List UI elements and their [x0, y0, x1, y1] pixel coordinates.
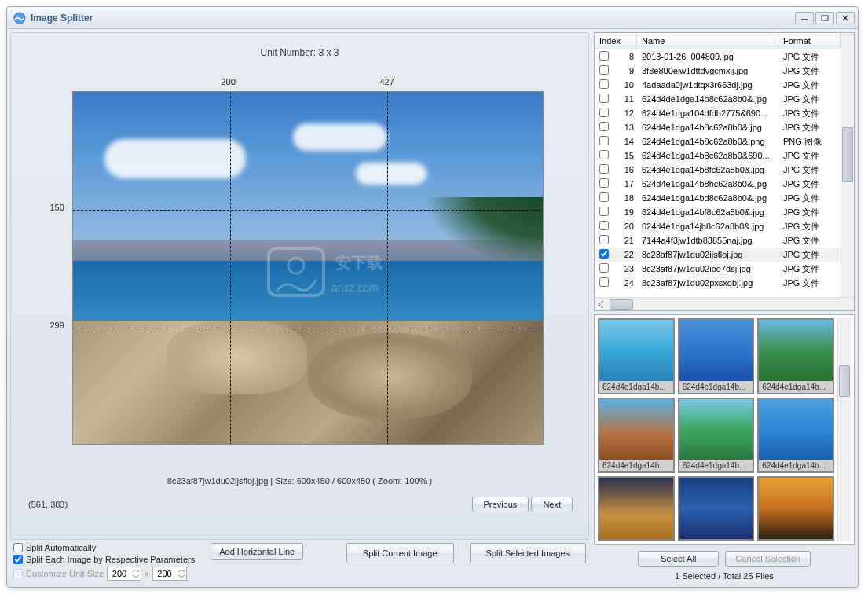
row-format: JPG 文件: [783, 235, 836, 247]
minimize-button[interactable]: [795, 12, 814, 24]
row-name: 624d4e1dga14b8c62a8b0&.png: [642, 137, 783, 146]
table-row[interactable]: 82013-01-26_004809.jpgJPG 文件: [595, 50, 841, 64]
thumbnail-item[interactable]: [757, 476, 834, 541]
list-hscrollbar[interactable]: [595, 297, 854, 310]
grid-line-v1[interactable]: [230, 91, 231, 445]
row-format: JPG 文件: [783, 207, 836, 218]
thumbnails-panel: 624d4e1dga14b...624d4e1dga14b...624d4e1d…: [594, 314, 855, 544]
ruler-v1: 200: [222, 77, 236, 86]
row-index: 14: [618, 137, 642, 146]
table-row[interactable]: 104adaada0jw1dtqx3r663dj.jpgJPG 文件: [595, 78, 841, 92]
col-index[interactable]: Index: [595, 33, 637, 49]
thumbnail-item[interactable]: [678, 476, 755, 541]
table-row[interactable]: 238c23af87jw1du02iod7dsj.jpgJPG 文件: [595, 262, 841, 276]
close-button[interactable]: [836, 12, 855, 24]
row-index: 15: [618, 151, 642, 160]
thumbnail-item[interactable]: 624d4e1dga14b...: [678, 398, 755, 474]
next-button[interactable]: Next: [531, 497, 573, 512]
row-index: 8: [618, 52, 642, 61]
table-row[interactable]: 248c23af87jw1du02pxsxqbj.jpgJPG 文件: [595, 276, 841, 290]
grid-line-h1[interactable]: [72, 210, 544, 211]
split-selected-button[interactable]: Split Selected Images: [470, 543, 586, 563]
split-current-button[interactable]: Split Current Image: [346, 543, 454, 563]
row-checkbox[interactable]: [599, 192, 609, 202]
option-split-auto[interactable]: Split Automatically: [13, 543, 195, 552]
table-row[interactable]: 17624d4e1dga14b8hc62a8b0&.jpgJPG 文件: [595, 177, 841, 191]
table-row[interactable]: 19624d4e1dga14bf8c62a8b0&.jpgJPG 文件: [595, 205, 841, 219]
row-name: 624d4e1dga14jb8c62a8b0&.jpg: [642, 222, 783, 231]
row-checkbox[interactable]: [599, 207, 609, 216]
thumbnail-caption: 624d4e1dga14b...: [599, 460, 673, 471]
row-checkbox[interactable]: [599, 136, 609, 145]
thumbnail-item[interactable]: 624d4e1dga14b...: [598, 398, 675, 474]
row-format: JPG 文件: [783, 249, 836, 261]
grid-line-v2[interactable]: [387, 91, 388, 445]
row-format: JPG 文件: [783, 178, 836, 190]
table-row[interactable]: 14624d4e1dga14b8c62a8b0&.pngPNG 图像: [595, 134, 841, 148]
row-checkbox[interactable]: [599, 150, 609, 160]
width-input[interactable]: [108, 567, 131, 580]
row-checkbox[interactable]: [599, 65, 609, 75]
row-name: 624d4de1dga14b8c62a8b0&.jpg: [642, 94, 783, 104]
row-checkbox[interactable]: [599, 277, 609, 287]
row-checkbox[interactable]: [599, 79, 609, 89]
split-auto-checkbox[interactable]: [13, 543, 23, 552]
selection-stats: 1 Selected / Total 25 Files: [675, 571, 774, 581]
row-checkbox[interactable]: [599, 94, 609, 103]
image-canvas[interactable]: [72, 91, 544, 445]
previous-button[interactable]: Previous: [472, 497, 529, 512]
titlebar[interactable]: Image Splitter: [7, 7, 858, 29]
row-index: 13: [618, 123, 642, 132]
list-vscrollbar[interactable]: [841, 33, 854, 297]
list-body[interactable]: 82013-01-26_004809.jpgJPG 文件93f8e800ejw1…: [595, 50, 841, 297]
thumbnail-item[interactable]: [598, 476, 675, 541]
option-split-each[interactable]: Split Each Image by Respective Parameter…: [13, 555, 195, 564]
height-input[interactable]: [153, 567, 177, 580]
select-all-button[interactable]: Select All: [638, 551, 719, 566]
row-checkbox[interactable]: [599, 122, 609, 131]
thumbnail-item[interactable]: 624d4e1dga14b...: [598, 318, 675, 394]
left-panel: Unit Number: 3 x 3 200: [10, 32, 589, 581]
table-row[interactable]: 12624d4e1dga104dfdb2775&690...JPG 文件: [595, 106, 841, 120]
row-checkbox[interactable]: [599, 178, 609, 188]
table-row[interactable]: 16624d4e1dga14b8fc62a8b0&.jpgJPG 文件: [595, 163, 841, 177]
thumbnail-item[interactable]: 624d4e1dga14b...: [757, 398, 834, 474]
height-spinner[interactable]: [152, 566, 187, 581]
col-format[interactable]: Format: [778, 33, 841, 49]
table-row[interactable]: 217144a4f3jw1dtb83855naj.jpgJPG 文件: [595, 233, 841, 248]
row-checkbox[interactable]: [599, 235, 609, 244]
row-index: 20: [618, 222, 642, 231]
row-index: 16: [618, 165, 642, 174]
option-customize: Customize Unit Size x: [13, 566, 195, 581]
row-checkbox[interactable]: [599, 164, 609, 174]
split-each-label: Split Each Image by Respective Parameter…: [26, 555, 195, 564]
row-checkbox[interactable]: [599, 108, 609, 117]
table-row[interactable]: 11624d4de1dga14b8c62a8b0&.jpgJPG 文件: [595, 92, 841, 106]
split-each-checkbox[interactable]: [13, 555, 23, 564]
table-row[interactable]: 20624d4e1dga14jb8c62a8b0&.jpgJPG 文件: [595, 219, 841, 233]
add-horizontal-button[interactable]: Add Horizontal Line: [211, 543, 303, 560]
row-name: 624d4e1dga14b8hc62a8b0&.jpg: [642, 179, 783, 189]
table-row[interactable]: 228c23af87jw1du02ijsfloj.jpgJPG 文件: [595, 248, 841, 262]
row-checkbox[interactable]: [599, 51, 609, 60]
maximize-button[interactable]: [815, 12, 834, 24]
table-row[interactable]: 15624d4e1dga14b8c62a8b0&690...JPG 文件: [595, 148, 841, 163]
thumbnail-caption: 624d4e1dga14b...: [679, 381, 753, 393]
row-checkbox[interactable]: [599, 263, 609, 273]
width-spinner[interactable]: [107, 566, 141, 581]
row-checkbox[interactable]: [599, 221, 609, 230]
table-row[interactable]: 93f8e800ejw1dttdvgcmxjj.jpgJPG 文件: [595, 64, 841, 78]
row-index: 19: [618, 207, 642, 217]
customize-label: Customize Unit Size: [26, 569, 104, 578]
row-checkbox[interactable]: [599, 249, 609, 258]
cancel-selection-button[interactable]: Cancel Selection: [725, 551, 811, 566]
thumbnail-item[interactable]: 624d4e1dga14b...: [678, 318, 755, 394]
col-name[interactable]: Name: [637, 33, 778, 49]
table-row[interactable]: 18624d4e1dga14bd8c62a8b0&.jpgJPG 文件: [595, 191, 841, 205]
row-index: 10: [618, 80, 642, 90]
row-format: JPG 文件: [783, 221, 836, 233]
thumbs-vscrollbar[interactable]: [837, 318, 851, 541]
table-row[interactable]: 13624d4e1dga14b8c62a8b0&.jpgJPG 文件: [595, 120, 841, 134]
thumbnail-item[interactable]: 624d4e1dga14b...: [757, 318, 834, 394]
grid-line-h2[interactable]: [72, 328, 544, 328]
